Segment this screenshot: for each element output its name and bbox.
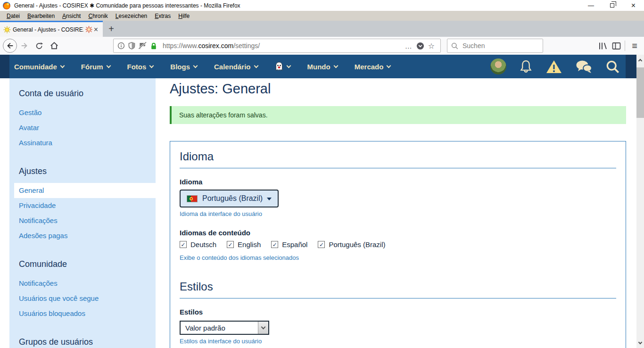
tab-strip: General - Ajustes - COSIREX × +	[0, 21, 644, 37]
notifications-bell-icon[interactable]	[520, 60, 532, 74]
chevron-down-icon	[638, 340, 642, 344]
sidebar-heading-conta: Conta de usuário	[19, 89, 156, 99]
content-languages-label: Idiomas de conteúdo	[180, 229, 616, 237]
window-title: General - Ajustes - COSIREX ✱ Comunidade…	[14, 2, 580, 9]
nav-item-ghost[interactable]	[275, 62, 290, 71]
nav-item-mundo[interactable]: Mundo	[307, 63, 338, 71]
page-actions-icon[interactable]: …	[405, 42, 413, 50]
checkbox-deutsch[interactable]: ✓ Deutsch	[180, 240, 216, 249]
search-input[interactable]	[462, 41, 528, 50]
checkbox-portugues-brazil[interactable]: ✓ Português (Brazil)	[318, 240, 385, 249]
nav-item-mercado[interactable]: Mercado	[355, 63, 391, 71]
checkbox-espanol[interactable]: ✓ Español	[271, 240, 307, 249]
toolbar-right-tools: ≡	[598, 37, 640, 55]
scroll-up-button[interactable]	[636, 56, 644, 64]
restore-icon	[610, 3, 614, 8]
sidebar-heading-grupos: Grupos de usuários	[19, 337, 156, 347]
chevron-down-icon	[286, 64, 291, 68]
messages-chat-icon[interactable]	[576, 60, 593, 74]
caret-down-icon	[267, 198, 272, 203]
idioma-helper-text: Idioma da interface do usuário	[180, 210, 616, 217]
site-nav-right	[490, 55, 619, 78]
scrollbar-thumb[interactable]	[636, 67, 644, 118]
restore-button[interactable]	[602, 0, 623, 11]
page-info-icon[interactable]	[117, 42, 125, 50]
menu-chronik[interactable]: Chronik	[84, 12, 111, 20]
section-heading-estilos: Estilos	[180, 280, 616, 293]
checkbox-english[interactable]: ✓ English	[227, 240, 261, 249]
search-icon	[451, 42, 458, 50]
menu-datei[interactable]: Datei	[3, 12, 24, 20]
styles-select[interactable]: Valor padrão	[180, 321, 269, 335]
home-icon	[50, 41, 58, 50]
scroll-down-button[interactable]	[636, 339, 644, 347]
menu-extras[interactable]: Extras	[151, 12, 174, 20]
chevron-down-icon	[193, 64, 198, 68]
alerts-warning-icon[interactable]	[545, 59, 562, 74]
nav-item-comunidade[interactable]: Comunidade	[14, 63, 64, 71]
nav-item-fotos[interactable]: Fotos	[127, 63, 154, 71]
navbar-left-accent	[0, 55, 9, 78]
toolbar-separator	[625, 41, 625, 51]
menu-hamburger-icon[interactable]: ≡	[629, 41, 640, 51]
sidebar-item-usuarios-bloqueados[interactable]: Usuários bloqueados	[9, 306, 156, 321]
sidebar-item-assinatura[interactable]: Assinatura	[9, 135, 156, 150]
new-tab-button[interactable]: +	[103, 21, 120, 37]
site-nav-items: Comunidade Fórum Fotos Blogs Calendário …	[14, 62, 390, 71]
user-avatar[interactable]	[490, 58, 506, 75]
sidebar-toggle-icon[interactable]	[612, 42, 621, 50]
page-title: Ajustes: General	[170, 81, 626, 97]
site-search-icon[interactable]	[606, 60, 619, 74]
close-button[interactable]: ×	[623, 0, 644, 11]
navbar-right-accent	[626, 55, 636, 78]
minimize-button[interactable]: —	[580, 0, 602, 11]
sidebar-item-usuarios-segue[interactable]: Usuários que você segue	[9, 291, 156, 306]
tracking-protection-shield-icon[interactable]	[128, 42, 135, 50]
reload-icon	[35, 42, 43, 50]
forward-button[interactable]	[20, 41, 29, 50]
tab-close-icon[interactable]: ×	[92, 25, 99, 34]
pocket-icon[interactable]	[416, 42, 424, 50]
chevron-down-icon	[254, 64, 258, 68]
home-button[interactable]	[50, 41, 58, 50]
settings-sidebar: Conta de usuário Gestão Avatar Assinatur…	[9, 78, 156, 348]
back-button[interactable]	[3, 39, 17, 53]
permissions-flag-icon[interactable]	[139, 42, 147, 50]
sidebar-item-general[interactable]: General	[14, 183, 156, 198]
settings-main: Ajustes: General Suas alterações foram s…	[170, 78, 626, 348]
nav-item-calendario[interactable]: Calendário	[214, 63, 258, 71]
sidebar-item-gestao[interactable]: Gestão	[9, 105, 156, 120]
search-bar[interactable]	[447, 39, 543, 53]
url-bar[interactable]: https://www.cosirex.com/settings/ … ☆	[113, 39, 441, 53]
nav-item-forum[interactable]: Fórum	[81, 63, 110, 71]
tab-general-ajustes[interactable]: General - Ajustes - COSIREX ×	[0, 21, 103, 37]
nav-item-blogs[interactable]: Blogs	[170, 63, 197, 71]
ghost-icon	[275, 62, 283, 71]
success-alert: Suas alterações foram salvas.	[170, 106, 626, 124]
menu-ansicht[interactable]: Ansicht	[58, 12, 84, 20]
sidebar-heading-ajustes: Ajustes	[19, 166, 156, 176]
reload-button[interactable]	[35, 42, 43, 50]
checkbox-checked-icon: ✓	[180, 241, 187, 248]
styles-select-value: Valor padrão	[181, 322, 258, 334]
menu-bar: Datei Bearbeiten Ansicht Chronik Lesezei…	[0, 11, 644, 21]
sidebar-item-notificacoes-comunidade[interactable]: Notificações	[9, 276, 156, 291]
menu-bearbeiten[interactable]: Bearbeiten	[24, 12, 58, 20]
language-dropdown-button[interactable]: Português (Brazil)	[180, 190, 279, 207]
browser-toolbar: https://www.cosirex.com/settings/ … ☆	[0, 37, 644, 55]
chevron-down-icon	[387, 64, 391, 68]
chevron-down-icon	[261, 325, 266, 330]
page-scrollbar[interactable]	[636, 55, 644, 348]
menu-hilfe[interactable]: Hilfe	[174, 12, 193, 20]
sidebar-item-adesoes-pagas[interactable]: Adesões pagas	[9, 228, 156, 243]
library-icon[interactable]	[598, 42, 607, 50]
settings-panel: Idioma Idioma Português (Brazil) Idioma …	[170, 141, 626, 348]
checkbox-checked-icon: ✓	[271, 241, 278, 248]
sun-favicon-icon	[3, 26, 11, 33]
sidebar-item-avatar[interactable]: Avatar	[9, 120, 156, 135]
checkbox-checked-icon: ✓	[318, 241, 325, 248]
bookmark-star-icon[interactable]: ☆	[428, 41, 435, 50]
sidebar-item-privacidade[interactable]: Privacidade	[9, 198, 156, 213]
sidebar-item-notificacoes[interactable]: Notificações	[9, 213, 156, 228]
menu-lesezeichen[interactable]: Lesezeichen	[112, 12, 151, 20]
